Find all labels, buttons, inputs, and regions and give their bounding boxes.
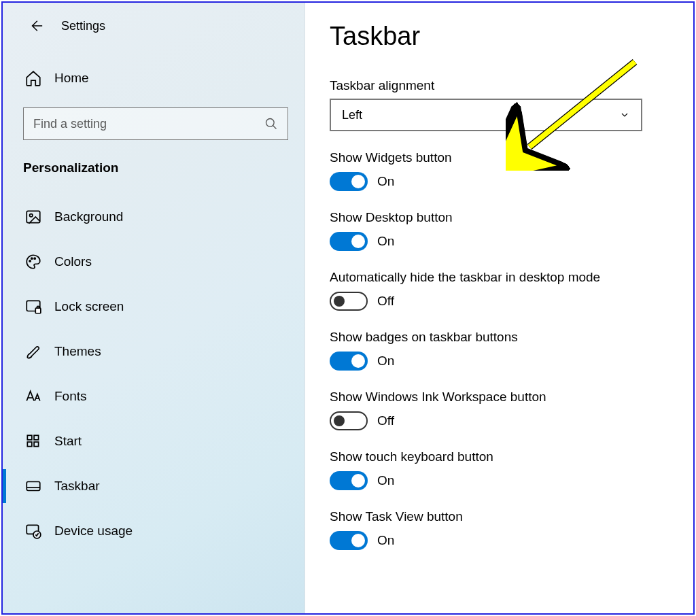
svg-rect-1 — [27, 211, 40, 222]
taskbar-alignment-dropdown[interactable]: Left — [330, 99, 642, 131]
setting-label: Show Windows Ink Workspace button — [330, 390, 666, 405]
setting-5: Show touch keyboard buttonOn — [330, 449, 666, 490]
home-label: Home — [54, 71, 89, 86]
nav-item-fonts[interactable]: Fonts — [3, 374, 304, 419]
setting-label: Automatically hide the taskbar in deskto… — [330, 270, 666, 285]
toggle-row: Off — [330, 411, 666, 430]
brush-icon — [24, 343, 42, 360]
toggle-switch[interactable] — [330, 292, 368, 311]
app-title: Settings — [61, 19, 105, 33]
toggle-switch[interactable] — [330, 232, 368, 251]
setting-1: Show Desktop buttonOn — [330, 210, 666, 251]
toggle-row: On — [330, 471, 666, 490]
nav-label: Fonts — [54, 389, 87, 404]
toggle-row: On — [330, 232, 666, 251]
main-panel: Taskbar Taskbar alignment Left Show Widg… — [305, 3, 693, 613]
toggle-state-text: On — [377, 174, 394, 189]
toggle-row: Off — [330, 292, 666, 311]
svg-point-5 — [34, 258, 35, 259]
nav-label: Device usage — [54, 524, 133, 538]
setting-label: Show badges on taskbar buttons — [330, 330, 666, 345]
sidebar: Settings Home Personalization — [3, 3, 305, 613]
toggle-state-text: Off — [377, 294, 394, 309]
alignment-label: Taskbar alignment — [330, 78, 666, 93]
toggle-row: On — [330, 352, 666, 371]
title-bar: Settings — [3, 15, 304, 49]
svg-rect-9 — [34, 435, 39, 440]
toggle-row: On — [330, 172, 666, 191]
lock-screen-icon — [24, 298, 42, 315]
setting-label: Show Widgets button — [330, 150, 666, 165]
toggle-switch[interactable] — [330, 411, 368, 430]
setting-2: Automatically hide the taskbar in deskto… — [330, 270, 666, 311]
toggle-row: On — [330, 531, 666, 550]
svg-rect-10 — [27, 442, 32, 447]
nav-label: Themes — [54, 344, 101, 359]
toggle-switch[interactable] — [330, 172, 368, 191]
start-icon — [24, 432, 42, 450]
svg-rect-7 — [35, 308, 41, 313]
image-icon — [24, 208, 42, 226]
setting-label: Show touch keyboard button — [330, 449, 666, 464]
toggle-state-text: On — [377, 473, 394, 488]
toggle-switch[interactable] — [330, 352, 368, 371]
fonts-icon — [24, 388, 42, 405]
dropdown-value: Left — [342, 108, 362, 122]
nav-item-taskbar[interactable]: Taskbar — [3, 464, 304, 509]
svg-rect-12 — [27, 482, 40, 491]
nav-label: Taskbar — [54, 479, 100, 494]
search-input[interactable] — [33, 117, 264, 131]
svg-point-2 — [30, 214, 33, 217]
setting-3: Show badges on taskbar buttonsOn — [330, 330, 666, 371]
toggle-state-text: On — [377, 354, 394, 369]
nav-label: Colors — [54, 254, 92, 269]
section-title: Personalization — [3, 146, 304, 182]
taskbar-icon — [24, 477, 42, 495]
toggle-state-text: On — [377, 234, 394, 249]
settings-window: Settings Home Personalization — [1, 1, 695, 615]
search-icon — [264, 117, 278, 131]
setting-label: Show Task View button — [330, 509, 666, 524]
nav-label: Lock screen — [54, 299, 124, 314]
setting-4: Show Windows Ink Workspace buttonOff — [330, 390, 666, 430]
chevron-down-icon — [619, 109, 630, 120]
svg-rect-11 — [34, 442, 39, 447]
toggle-state-text: Off — [377, 413, 394, 428]
palette-icon — [24, 253, 42, 271]
svg-rect-8 — [27, 435, 32, 440]
nav-list: Background Colors — [3, 194, 304, 553]
page-title: Taskbar — [330, 22, 666, 51]
nav-item-device-usage[interactable]: Device usage — [3, 509, 304, 553]
back-button[interactable] — [23, 13, 49, 39]
toggle-switch[interactable] — [330, 471, 368, 490]
toggle-state-text: On — [377, 533, 394, 548]
setting-0: Show Widgets buttonOn — [330, 150, 666, 191]
home-icon — [24, 69, 42, 87]
nav-item-start[interactable]: Start — [3, 419, 304, 464]
nav-label: Start — [54, 434, 82, 449]
setting-6: Show Task View buttonOn — [330, 509, 666, 550]
nav-item-lock-screen[interactable]: Lock screen — [3, 284, 304, 329]
setting-label: Show Desktop button — [330, 210, 666, 225]
svg-point-0 — [266, 119, 275, 127]
nav-item-themes[interactable]: Themes — [3, 329, 304, 374]
toggle-switch[interactable] — [330, 531, 368, 550]
svg-point-4 — [31, 258, 33, 259]
home-nav[interactable]: Home — [3, 61, 304, 95]
search-box[interactable] — [23, 107, 288, 140]
nav-item-background[interactable]: Background — [3, 194, 304, 239]
device-usage-icon — [24, 522, 42, 540]
nav-item-colors[interactable]: Colors — [3, 239, 304, 284]
svg-point-3 — [29, 260, 31, 262]
nav-label: Background — [54, 209, 123, 224]
